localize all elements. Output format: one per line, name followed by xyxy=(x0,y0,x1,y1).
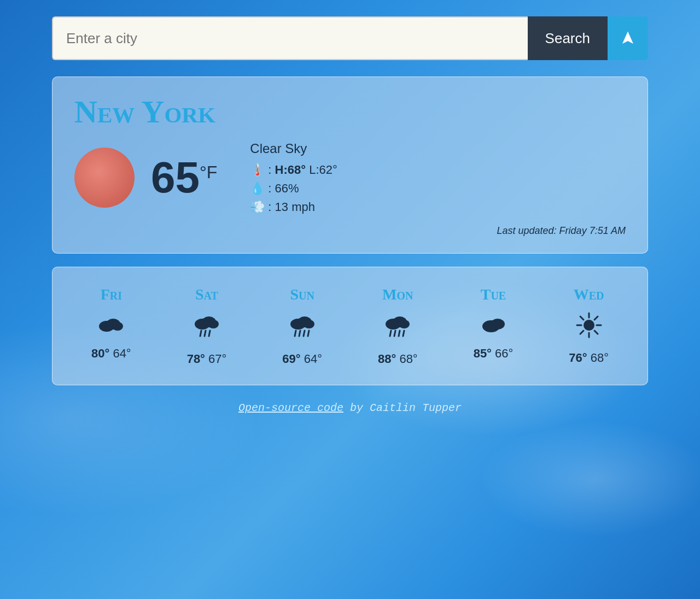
svg-line-22 xyxy=(403,331,404,336)
forecast-icon-wed xyxy=(575,311,603,343)
page-wrapper: Search New York 65 °F Clear Sky 🌡️ : H:6… xyxy=(41,0,659,436)
wind-value: 13 mph xyxy=(275,200,315,214)
humidity-icon: 💧 xyxy=(250,181,265,196)
svg-line-12 xyxy=(295,331,296,336)
open-source-link[interactable]: Open-source code xyxy=(238,402,343,414)
search-bar: Search xyxy=(52,16,648,60)
forecast-temps-wed: 76° 68° xyxy=(569,351,609,365)
forecast-temps-tue: 85° 66° xyxy=(474,347,514,361)
svg-line-6 xyxy=(200,331,201,336)
day-label-tue: Tue xyxy=(481,286,506,303)
svg-line-8 xyxy=(209,331,210,336)
footer: Open-source code by Caitlin Tupper xyxy=(52,402,648,414)
svg-point-25 xyxy=(584,320,594,331)
forecast-day-tue: Tue 85° 66° xyxy=(446,280,541,372)
location-button[interactable] xyxy=(608,16,648,60)
svg-point-2 xyxy=(112,322,123,331)
last-updated: Last updated: Friday 7:51 AM xyxy=(74,225,626,237)
forecast-temps-mon: 88° 68° xyxy=(378,352,418,366)
forecast-day-sun: Sun 69° 64° xyxy=(254,280,350,372)
svg-line-19 xyxy=(390,331,391,336)
footer-text: Open-source code by Caitlin Tupper xyxy=(238,402,462,414)
svg-point-18 xyxy=(399,320,410,328)
humidity-row: 💧 : 66% xyxy=(250,181,337,196)
svg-line-32 xyxy=(594,316,598,320)
high-temp: H:68° xyxy=(275,163,306,177)
location-icon xyxy=(620,30,636,46)
weather-details: Clear Sky 🌡️ : H:68° L:62° 💧 : 66% 💨 : 1… xyxy=(250,141,337,214)
temperature-block: 65 °F xyxy=(151,156,217,199)
svg-point-11 xyxy=(304,320,314,328)
forecast-grid: Fri 80° 64° Sat xyxy=(63,280,637,372)
svg-line-13 xyxy=(299,331,300,336)
forecast-temps-sun: 69° 64° xyxy=(282,352,322,366)
current-weather-card: New York 65 °F Clear Sky 🌡️ : H:68° L:62… xyxy=(52,77,648,254)
day-label-sat: Sat xyxy=(195,286,218,303)
svg-line-33 xyxy=(580,331,584,334)
svg-line-20 xyxy=(394,331,395,336)
day-label-mon: Mon xyxy=(382,286,413,303)
svg-line-14 xyxy=(304,331,305,336)
humidity-value: 66% xyxy=(275,181,299,195)
thermometer-icon: 🌡️ xyxy=(250,163,265,177)
svg-line-7 xyxy=(205,331,206,336)
forecast-day-wed: Wed 76° 68° xyxy=(541,280,637,372)
day-label-wed: Wed xyxy=(574,286,604,303)
temperature-value: 65 xyxy=(151,156,200,199)
svg-line-15 xyxy=(308,331,309,336)
forecast-icon-mon xyxy=(383,311,412,344)
forecast-temps-fri: 80° 64° xyxy=(91,347,131,361)
temperature-unit: °F xyxy=(200,162,217,183)
forecast-icon-sat xyxy=(192,311,221,344)
current-weather-body: 65 °F Clear Sky 🌡️ : H:68° L:62° 💧 : 66%… xyxy=(74,141,626,214)
svg-line-31 xyxy=(594,331,598,334)
svg-point-24 xyxy=(491,319,505,330)
svg-line-21 xyxy=(399,331,400,336)
wind-row: 💨 : 13 mph xyxy=(250,200,337,214)
forecast-icon-sun xyxy=(288,311,317,344)
forecast-day-mon: Mon 88° 68° xyxy=(350,280,446,372)
forecast-card: Fri 80° 64° Sat xyxy=(52,267,648,385)
forecast-day-fri: Fri 80° 64° xyxy=(63,280,159,372)
svg-point-5 xyxy=(208,320,219,328)
forecast-temps-sat: 78° 67° xyxy=(187,352,227,366)
day-label-sun: Sun xyxy=(290,286,314,303)
wind-icon: 💨 xyxy=(250,200,265,214)
svg-line-30 xyxy=(580,316,584,320)
day-label-fri: Fri xyxy=(101,286,122,303)
forecast-day-sat: Sat 78° 67° xyxy=(159,280,255,372)
city-name: New York xyxy=(74,93,626,130)
search-input[interactable] xyxy=(52,16,528,60)
weather-condition: Clear Sky xyxy=(250,141,337,156)
temp-range-row: 🌡️ : H:68° L:62° xyxy=(250,163,337,177)
forecast-icon-fri xyxy=(97,311,125,339)
forecast-icon-tue xyxy=(479,311,508,339)
search-button[interactable]: Search xyxy=(528,16,608,60)
sun-icon xyxy=(74,148,135,208)
